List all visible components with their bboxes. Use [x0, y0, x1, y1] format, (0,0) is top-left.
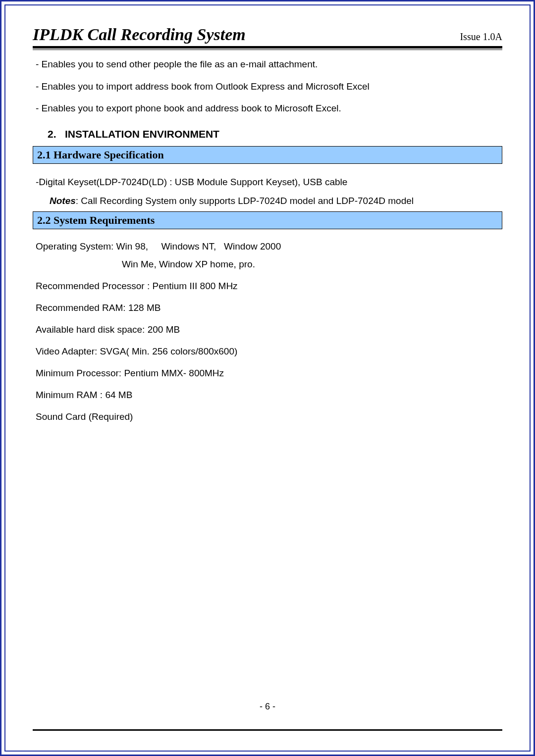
section-2-2-heading: 2.2 System Requirements	[33, 211, 502, 229]
os-line-2: Win Me, Window XP home, pro.	[122, 259, 502, 270]
issue-label: Issue 1.0A	[460, 31, 502, 43]
header-rule	[33, 46, 502, 50]
notes-line: Notes: Call Recording System only suppor…	[50, 196, 502, 206]
recommended-processor: Recommended Processor : Pentium III 800 …	[36, 281, 502, 292]
page-number: - 6 -	[5, 702, 530, 712]
os-line-1: Operating System: Win 98, Windows NT, Wi…	[36, 241, 502, 252]
sound-card: Sound Card (Required)	[36, 411, 502, 422]
minimum-ram: Minimum RAM : 64 MB	[36, 390, 502, 401]
document-title: IPLDK Call Recording System	[33, 25, 246, 44]
feature-bullet-3: - Enables you to export phone book and a…	[36, 102, 502, 115]
recommended-ram: Recommended RAM: 128 MB	[36, 302, 502, 313]
notes-label: Notes	[50, 196, 76, 206]
minimum-processor: Minimum Processor: Pentium MMX- 800MHz	[36, 368, 502, 379]
video-adapter: Video Adapter: SVGA( Min. 256 colors/800…	[36, 346, 502, 357]
footer-rule	[33, 729, 502, 731]
feature-bullet-1: - Enables you to send other people the f…	[36, 58, 502, 71]
available-disk: Available hard disk space: 200 MB	[36, 324, 502, 335]
section-2-1-heading: 2.1 Hardware Specification	[33, 146, 502, 164]
section-2-heading: 2. INSTALLATION ENVIRONMENT	[48, 128, 502, 140]
notes-text: : Call Recording System only supports LD…	[76, 196, 414, 206]
header-row: IPLDK Call Recording System Issue 1.0A	[33, 25, 502, 44]
hardware-spec-line: -Digital Keyset(LDP-7024D(LD) : USB Modu…	[36, 176, 502, 189]
page-inner-border: IPLDK Call Recording System Issue 1.0A -…	[4, 4, 531, 752]
page-outer-border: IPLDK Call Recording System Issue 1.0A -…	[0, 0, 535, 756]
feature-bullet-2: - Enables you to import address book fro…	[36, 80, 502, 94]
